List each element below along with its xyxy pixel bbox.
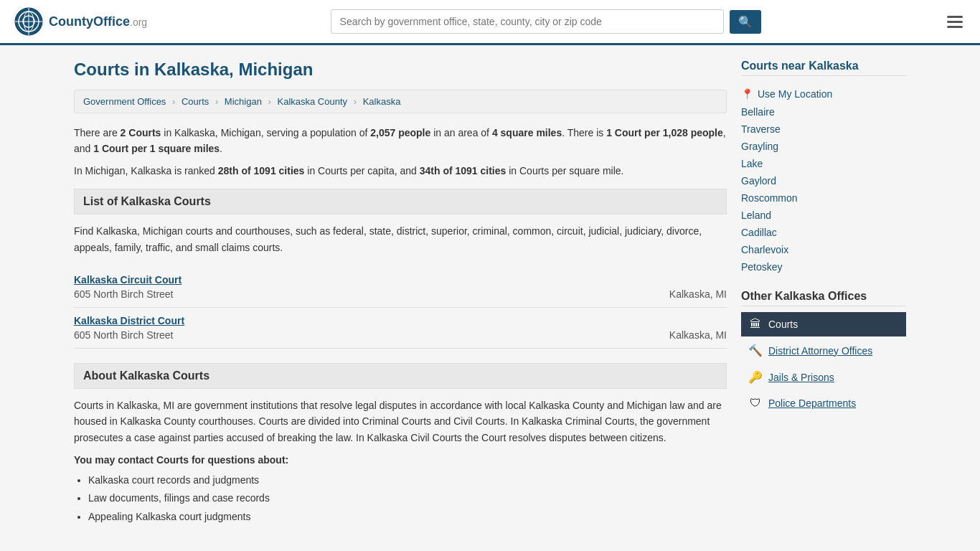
- menu-bar-2: [947, 21, 963, 23]
- sidebar-city-lake[interactable]: Lake: [741, 155, 906, 172]
- info-p1c: in an area of: [430, 127, 492, 138]
- breadcrumb-link-michigan[interactable]: Michigan: [225, 96, 262, 107]
- header: CountyOffice.org 🔍: [0, 0, 980, 45]
- sidebar-city-roscommon[interactable]: Roscommon: [741, 189, 906, 207]
- contact-heading: You may contact Courts for questions abo…: [74, 454, 727, 466]
- about-section: About Kalkaska Courts Courts in Kalkaska…: [74, 363, 727, 526]
- court-detail-row-1: 605 North Birch Street Kalkaska, MI: [74, 288, 727, 300]
- sidebar-city-cadillac[interactable]: Cadillac: [741, 224, 906, 241]
- police-office-label: Police Departments: [768, 397, 856, 409]
- location-icon: 📍: [741, 88, 753, 100]
- breadcrumb-link-county[interactable]: Kalkaska County: [277, 96, 347, 107]
- info-p1d: . There is: [562, 127, 606, 138]
- main-container: Courts in Kalkaska, Michigan Government …: [60, 45, 920, 540]
- jails-office-icon: 🔑: [748, 370, 763, 384]
- courts-office-icon: 🏛: [748, 318, 763, 331]
- info-p2c: in Courts per square mile.: [506, 165, 623, 176]
- bullet-3: Appealing Kalkaska court judgments: [88, 508, 727, 526]
- info-p2b: in Courts per capita, and: [304, 165, 419, 176]
- info-bold5: 1 Court per 1 square miles: [93, 143, 220, 154]
- other-offices-title: Other Kalkaska Offices: [741, 290, 906, 306]
- menu-bar-1: [947, 16, 963, 18]
- contact-bullets: Kalkaska court records and judgments Law…: [74, 471, 727, 526]
- breadcrumb-sep-1: ›: [172, 96, 175, 107]
- court-name-2[interactable]: Kalkaska District Court: [74, 315, 727, 326]
- courts-office-label: Courts: [768, 319, 798, 330]
- search-button[interactable]: 🔍: [730, 10, 761, 34]
- court-name-1[interactable]: Kalkaska Circuit Court: [74, 274, 727, 286]
- court-address-2: 605 North Birch Street: [74, 329, 174, 341]
- about-section-header: About Kalkaska Courts: [74, 363, 727, 389]
- da-office-icon: 🔨: [748, 344, 763, 357]
- use-my-location[interactable]: 📍 Use My Location: [741, 85, 906, 103]
- info-bold6: 28th of 1091 cities: [218, 165, 305, 176]
- search-area: 🔍: [331, 9, 761, 34]
- info-bold2: 2,057 people: [370, 127, 430, 138]
- court-item-1: Kalkaska Circuit Court 605 North Birch S…: [74, 267, 727, 308]
- sidebar-city-traverse[interactable]: Traverse: [741, 121, 906, 138]
- bullet-2: Law documents, filings and case records: [88, 489, 727, 507]
- menu-button[interactable]: [944, 13, 966, 31]
- court-address-1: 605 North Birch Street: [74, 288, 174, 300]
- bullet-1: Kalkaska court records and judgments: [88, 471, 727, 489]
- info-p1b: in Kalkaska, Michigan, serving a populat…: [161, 127, 370, 138]
- sidebar-nearby-title: Courts near Kalkaska: [741, 60, 906, 76]
- breadcrumb-link-courts[interactable]: Courts: [182, 96, 209, 107]
- sidebar-nearby: Courts near Kalkaska 📍 Use My Location B…: [741, 60, 906, 276]
- breadcrumb-link-gov[interactable]: Government Offices: [83, 96, 166, 107]
- court-item-2: Kalkaska District Court 605 North Birch …: [74, 308, 727, 349]
- office-item-police[interactable]: 🛡 Police Departments: [741, 391, 906, 415]
- court-city-2: Kalkaska, MI: [669, 329, 727, 341]
- sidebar-city-bellaire[interactable]: Bellaire: [741, 103, 906, 121]
- list-description: Find Kalkaska, Michigan courts and court…: [74, 223, 727, 255]
- da-office-label: District Attorney Offices: [768, 345, 872, 357]
- office-item-courts[interactable]: 🏛 Courts: [741, 312, 906, 336]
- info-bold3: 4 square miles: [492, 127, 562, 138]
- other-offices: Other Kalkaska Offices 🏛 Courts 🔨 Distri…: [741, 290, 906, 415]
- police-office-icon: 🛡: [748, 397, 763, 410]
- jails-office-label: Jails & Prisons: [768, 372, 834, 383]
- sidebar: Courts near Kalkaska 📍 Use My Location B…: [741, 60, 906, 526]
- logo[interactable]: CountyOffice.org: [14, 7, 147, 36]
- content-area: Courts in Kalkaska, Michigan Government …: [74, 60, 727, 526]
- info-p2a: In Michigan, Kalkaska is ranked: [74, 165, 218, 176]
- court-detail-row-2: 605 North Birch Street Kalkaska, MI: [74, 329, 727, 341]
- info-p1f: .: [220, 143, 222, 154]
- info-text: There are 2 Courts in Kalkaska, Michigan…: [74, 125, 727, 179]
- breadcrumb-sep-2: ›: [215, 96, 218, 107]
- breadcrumb-link-city[interactable]: Kalkaska: [363, 96, 401, 107]
- sidebar-city-charlevoix[interactable]: Charlevoix: [741, 241, 906, 258]
- logo-icon: [14, 7, 43, 36]
- list-section-header: List of Kalkaska Courts: [74, 189, 727, 215]
- menu-bar-3: [947, 26, 963, 28]
- page-title: Courts in Kalkaska, Michigan: [74, 60, 727, 80]
- sidebar-city-petoskey[interactable]: Petoskey: [741, 258, 906, 276]
- logo-text: CountyOffice.org: [49, 14, 147, 29]
- office-item-jails[interactable]: 🔑 Jails & Prisons: [741, 364, 906, 390]
- info-bold7: 34th of 1091 cities: [420, 165, 507, 176]
- breadcrumb-sep-4: ›: [354, 96, 357, 107]
- office-item-da[interactable]: 🔨 District Attorney Offices: [741, 338, 906, 363]
- about-text: Courts in Kalkaska, MI are government in…: [74, 397, 727, 446]
- sidebar-city-leland[interactable]: Leland: [741, 207, 906, 224]
- court-city-1: Kalkaska, MI: [669, 288, 727, 300]
- info-p1a: There are: [74, 127, 121, 138]
- info-bold4: 1 Court per 1,028 people: [606, 127, 723, 138]
- search-icon: 🔍: [738, 16, 753, 28]
- courts-list: Kalkaska Circuit Court 605 North Birch S…: [74, 267, 727, 349]
- sidebar-city-grayling[interactable]: Grayling: [741, 138, 906, 155]
- breadcrumb-sep-3: ›: [268, 96, 271, 107]
- search-input[interactable]: [331, 9, 724, 34]
- info-bold1: 2 Courts: [121, 127, 161, 138]
- sidebar-city-gaylord[interactable]: Gaylord: [741, 172, 906, 189]
- breadcrumb: Government Offices › Courts › Michigan ›…: [74, 90, 727, 113]
